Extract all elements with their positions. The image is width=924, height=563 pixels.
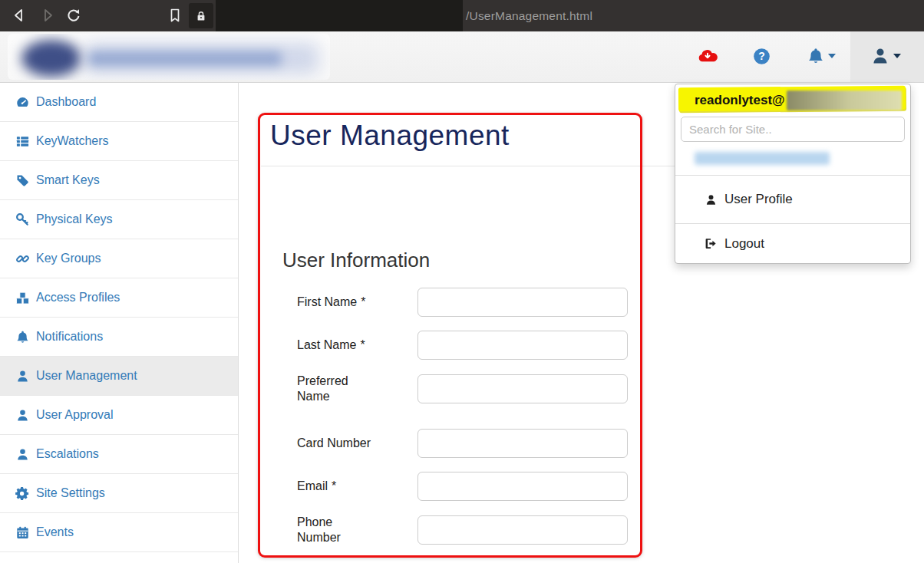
sidebar-item-label: User Approval bbox=[36, 408, 114, 422]
menu-item-label: Logout bbox=[724, 236, 764, 252]
sidebar-item-dashboard[interactable]: Dashboard bbox=[0, 83, 238, 122]
form-row-card-number: Card Number bbox=[297, 429, 910, 458]
user-icon bbox=[15, 369, 30, 384]
user-menu-caret-icon bbox=[893, 54, 901, 58]
user-icon bbox=[15, 408, 30, 423]
user-email-row: readonlytest@ bbox=[675, 84, 910, 116]
cubes-icon bbox=[15, 291, 30, 305]
sidebar-item-escalations[interactable]: Escalations bbox=[0, 435, 238, 474]
user-icon bbox=[15, 447, 30, 462]
back-icon[interactable] bbox=[11, 7, 28, 24]
gear-icon bbox=[15, 486, 30, 501]
form-row-last-name: Last Name* bbox=[297, 331, 910, 360]
lock-icon[interactable] bbox=[189, 3, 213, 28]
email-label: Email* bbox=[297, 479, 417, 494]
email-redaction-smudge bbox=[787, 91, 902, 110]
first-name-input[interactable] bbox=[417, 288, 628, 317]
sign-out-icon bbox=[705, 237, 718, 250]
form-row-first-name: First Name* bbox=[297, 288, 910, 317]
sidebar-item-events[interactable]: Events bbox=[0, 513, 238, 552]
tag-icon bbox=[15, 173, 30, 188]
forward-icon[interactable] bbox=[39, 7, 56, 24]
help-icon[interactable]: ? bbox=[753, 48, 771, 68]
form-row-preferred-name: Preferred Name bbox=[297, 374, 910, 404]
user-menu-button[interactable] bbox=[850, 31, 924, 82]
sidebar-item-label: KeyWatchers bbox=[36, 134, 109, 148]
sidebar-item-label: Physical Keys bbox=[36, 212, 113, 226]
site-search-input[interactable] bbox=[681, 117, 905, 142]
user-icon bbox=[705, 193, 718, 206]
menu-item-label: User Profile bbox=[724, 192, 793, 207]
sidebar-item-label: Notifications bbox=[36, 330, 103, 344]
sidebar-item-label: Site Settings bbox=[36, 486, 105, 500]
preferred-name-input[interactable] bbox=[417, 374, 628, 403]
user-information-form: First Name* Last Name* Preferred Name Ca… bbox=[297, 288, 910, 545]
gauge-icon bbox=[15, 95, 30, 110]
user-dropdown-menu: readonlytest@ User Profile Logout bbox=[675, 84, 911, 264]
sidebar-item-physical-keys[interactable]: Physical Keys bbox=[0, 200, 238, 239]
required-mark: * bbox=[360, 338, 365, 351]
refresh-icon[interactable] bbox=[65, 7, 82, 24]
sidebar-item-user-approval[interactable]: User Approval bbox=[0, 396, 238, 435]
sidebar-item-label: Smart Keys bbox=[36, 173, 100, 187]
form-row-email: Email* bbox=[297, 472, 910, 501]
sidebar-item-label: Escalations bbox=[36, 447, 99, 461]
logo-blur-text bbox=[88, 51, 282, 66]
logout-menu-item[interactable]: Logout bbox=[675, 224, 910, 263]
sidebar-item-label: Access Profiles bbox=[36, 291, 120, 305]
cloud-download-icon[interactable] bbox=[697, 47, 718, 68]
notifications-icon[interactable] bbox=[807, 47, 825, 68]
phone-number-label: Phone Number bbox=[297, 515, 417, 545]
last-name-input[interactable] bbox=[417, 331, 628, 360]
user-profile-menu-item[interactable]: User Profile bbox=[675, 176, 910, 223]
sidebar-item-notifications[interactable]: Notifications bbox=[0, 318, 238, 357]
sidebar-item-label: Dashboard bbox=[36, 95, 96, 109]
link-icon bbox=[15, 252, 30, 266]
key-icon bbox=[15, 212, 30, 227]
bookmark-icon[interactable] bbox=[167, 7, 183, 24]
app-header: ? bbox=[0, 31, 924, 83]
url-redaction-block bbox=[216, 0, 463, 31]
first-name-label: First Name* bbox=[297, 295, 417, 310]
sidebar-item-site-settings[interactable]: Site Settings bbox=[0, 474, 238, 513]
site-search-wrap bbox=[675, 116, 910, 144]
site-name-redacted[interactable] bbox=[695, 152, 830, 165]
required-mark: * bbox=[332, 479, 336, 492]
list-icon bbox=[15, 134, 30, 149]
sidebar-item-keywatchers[interactable]: KeyWatchers bbox=[0, 122, 238, 161]
required-mark: * bbox=[361, 295, 365, 308]
sidebar-nav: Dashboard KeyWatchers Smart Keys Physica… bbox=[0, 83, 239, 563]
sidebar-item-label: Key Groups bbox=[36, 252, 101, 265]
bell-icon bbox=[15, 330, 30, 344]
preferred-name-label: Preferred Name bbox=[297, 374, 417, 404]
browser-toolbar: /UserManagement.html bbox=[0, 0, 924, 31]
address-bar-url[interactable]: /UserManagement.html bbox=[466, 0, 592, 31]
sidebar-item-label: User Management bbox=[36, 369, 137, 383]
notifications-caret-icon[interactable] bbox=[828, 54, 836, 58]
user-email: readonlytest@ bbox=[695, 93, 785, 108]
sidebar-item-smart-keys[interactable]: Smart Keys bbox=[0, 161, 238, 200]
card-number-input[interactable] bbox=[417, 429, 628, 458]
sidebar-item-key-groups[interactable]: Key Groups bbox=[0, 239, 238, 278]
email-input[interactable] bbox=[417, 472, 628, 501]
sidebar-item-user-management[interactable]: User Management bbox=[0, 357, 238, 396]
question-glyph: ? bbox=[758, 50, 765, 62]
phone-number-input[interactable] bbox=[417, 515, 628, 545]
card-number-label: Card Number bbox=[297, 436, 417, 451]
app-logo-redacted bbox=[8, 34, 330, 80]
last-name-label: Last Name* bbox=[297, 337, 417, 353]
logo-blur-blob bbox=[21, 40, 81, 77]
form-row-phone-number: Phone Number bbox=[297, 515, 910, 545]
sidebar-item-access-profiles[interactable]: Access Profiles bbox=[0, 278, 238, 318]
sidebar-item-label: Events bbox=[36, 525, 74, 539]
calendar-icon bbox=[15, 525, 30, 540]
